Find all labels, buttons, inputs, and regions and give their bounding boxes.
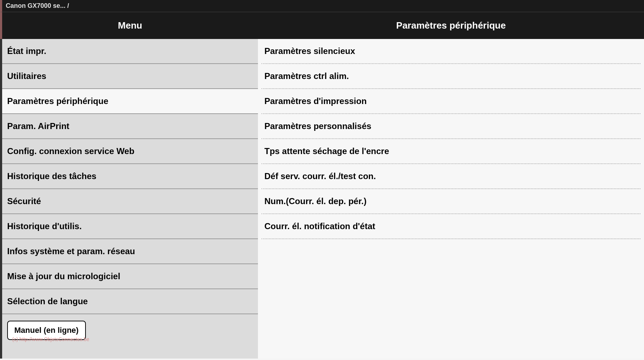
content-item-ink-dry-wait-time[interactable]: Tps attente séchage de l'encre: [262, 139, 640, 164]
sidebar-item-language-selection[interactable]: Sélection de langue: [2, 289, 258, 314]
menu-header: Menu: [0, 12, 258, 39]
content-item-print-settings[interactable]: Paramètres d'impression: [262, 89, 640, 114]
content-header: Paramètres périphérique: [258, 12, 644, 39]
header-row: Menu Paramètres périphérique: [0, 12, 644, 39]
content-item-custom-settings[interactable]: Paramètres personnalisés: [262, 114, 640, 139]
sidebar-item-system-info-network[interactable]: Infos système et param. réseau: [2, 239, 258, 264]
sidebar-item-task-history[interactable]: Historique des tâches: [2, 164, 258, 189]
sidebar-item-device-settings[interactable]: Paramètres périphérique: [2, 89, 258, 114]
content-item-quiet-settings[interactable]: Paramètres silencieux: [262, 39, 640, 64]
sidebar-item-security[interactable]: Sécurité: [2, 189, 258, 214]
sidebar-item-firmware-update[interactable]: Mise à jour du micrologiciel: [2, 264, 258, 289]
sidebar-footer: Manuel (en ligne) (c) http://www.ObjetsC…: [2, 314, 258, 344]
content-panel: Paramètres silencieuxParamètres ctrl ali…: [258, 39, 644, 359]
sidebar-item-utilities[interactable]: Utilitaires: [2, 64, 258, 89]
content-item-scan-email-from-device[interactable]: Num.(Courr. él. dep. pér.): [262, 189, 640, 214]
content-item-status-notification-email[interactable]: Courr. él. notification d'état: [262, 214, 640, 239]
breadcrumb[interactable]: Canon GX7000 se... /: [0, 0, 644, 12]
main-content: État impr.UtilitairesParamètres périphér…: [0, 39, 644, 359]
sidebar-item-usage-history[interactable]: Historique d'utilis.: [2, 214, 258, 239]
watermark: (c) http://www.ObjetsConnectes.be: [12, 336, 89, 342]
sidebar-item-web-service-config[interactable]: Config. connexion service Web: [2, 139, 258, 164]
sidebar-item-airprint-settings[interactable]: Param. AirPrint: [2, 114, 258, 139]
content-item-mail-server-test[interactable]: Déf serv. courr. él./test con.: [262, 164, 640, 189]
sidebar-item-printer-status[interactable]: État impr.: [2, 39, 258, 64]
content-item-power-ctrl-settings[interactable]: Paramètres ctrl alim.: [262, 64, 640, 89]
sidebar: État impr.UtilitairesParamètres périphér…: [2, 39, 258, 359]
